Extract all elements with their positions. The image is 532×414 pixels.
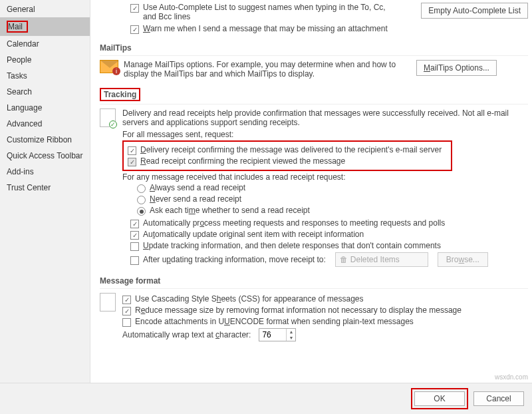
label: Automatically process meeting requests a… (143, 218, 445, 228)
checkbox-delivery-receipt[interactable] (128, 146, 136, 155)
radio-always-send[interactable] (137, 184, 146, 193)
checkbox-auto-process[interactable] (130, 220, 139, 228)
wrap-character-spinner[interactable]: ▲▼ (259, 328, 296, 341)
sidebar-item-language[interactable]: Language (0, 100, 90, 116)
section-message-format-header: Message format (100, 274, 528, 289)
mailtips-desc: Manage MailTips options. For example, yo… (124, 60, 416, 79)
ok-button[interactable]: OK (414, 391, 465, 406)
sidebar-item-quick-access-toolbar[interactable]: Quick Access Toolbar (0, 148, 90, 164)
sidebar-item-trust-center[interactable]: Trust Center (0, 180, 90, 196)
tracking-icon: ✓ (100, 108, 116, 127)
label: Mail (8, 22, 23, 31)
label: For all messages sent, request: (122, 130, 528, 139)
label: Use Cascading Style Sheets (CSS) for app… (135, 294, 364, 304)
checkbox-auto-update-sent[interactable] (130, 231, 139, 240)
sidebar-item-calendar[interactable]: Calendar (0, 36, 90, 52)
label: Warn me when I send a message that may b… (143, 24, 388, 33)
trash-icon: 🗑 (340, 255, 348, 264)
sidebar-item-add-ins[interactable]: Add-ins (0, 164, 90, 180)
label: Language (7, 103, 42, 112)
tracking-desc: Delivery and read receipts help provide … (122, 108, 515, 127)
label: Quick Access Toolbar (7, 151, 83, 160)
label: Add-ins (7, 167, 34, 176)
label: Tasks (7, 71, 27, 81)
empty-autocomplete-button[interactable]: Empty Auto-Complete List (421, 3, 528, 19)
radio-ask-each-time[interactable] (137, 207, 146, 216)
label: Read receipt confirming the recipient vi… (140, 156, 345, 166)
spin-down[interactable]: ▼ (287, 335, 295, 341)
checkbox-warn-attachment[interactable] (130, 25, 139, 34)
label: Ask each time whether to send a read rec… (150, 206, 310, 215)
label: After updating tracking information, mov… (143, 255, 326, 264)
mail-icon: i (100, 60, 118, 73)
checkbox-reduce-size[interactable] (122, 307, 131, 315)
label: General (7, 5, 35, 14)
dialog-footer: OK Cancel (0, 383, 532, 414)
label: Automatically wrap text at character: (122, 330, 251, 339)
label: Advanced (7, 119, 42, 128)
section-tracking-header: Tracking (100, 85, 528, 104)
sidebar-item-customize-ribbon[interactable]: Customize Ribbon (0, 132, 90, 148)
label: People (7, 55, 31, 65)
options-sidebar: General Mail Calendar People Tasks Searc… (0, 0, 90, 383)
spin-up[interactable]: ▲ (287, 329, 295, 335)
label: Search (7, 87, 32, 97)
checkbox-update-delete[interactable] (130, 242, 139, 251)
checkbox-css[interactable] (122, 296, 131, 304)
sidebar-item-tasks[interactable]: Tasks (0, 68, 90, 84)
sidebar-item-general[interactable]: General (0, 1, 90, 17)
label: Encode attachments in UUENCODE format wh… (135, 317, 414, 326)
browse-button: Browse... (438, 252, 488, 267)
move-receipt-folder-field: 🗑 Deleted Items (335, 252, 428, 267)
watermark: wsxdn.com (495, 373, 528, 381)
cancel-button[interactable]: Cancel (473, 391, 524, 406)
radio-never-send[interactable] (137, 196, 146, 204)
label: Reduce message size by removing format i… (135, 306, 462, 315)
label: For any message received that includes a… (122, 172, 528, 182)
message-format-icon (100, 293, 116, 311)
checkbox-move-receipt[interactable] (130, 256, 139, 265)
label: Trust Center (7, 183, 51, 192)
sidebar-item-advanced[interactable]: Advanced (0, 116, 90, 132)
label: Always send a read receipt (150, 183, 245, 192)
sidebar-item-people[interactable]: People (0, 52, 90, 68)
checkbox-read-receipt[interactable] (128, 158, 136, 166)
wrap-character-input[interactable] (259, 329, 286, 341)
checkbox-use-autocomplete[interactable] (130, 4, 139, 13)
options-content: Use Auto-Complete List to suggest names … (90, 0, 532, 383)
label: Update tracking information, and then de… (143, 241, 441, 250)
label: Delivery receipt confirming the message … (140, 145, 442, 154)
label: Customize Ribbon (7, 135, 72, 144)
label: Automatically update original sent item … (143, 230, 364, 239)
sidebar-item-search[interactable]: Search (0, 84, 90, 100)
label: Never send a read receipt (150, 194, 241, 204)
label: Calendar (7, 39, 39, 49)
mailtips-options-button[interactable]: MailTips Options... (416, 60, 497, 76)
checkbox-uuencode[interactable] (122, 318, 131, 327)
section-mailtips-header: MailTips (100, 41, 528, 56)
sidebar-item-mail[interactable]: Mail (0, 17, 90, 36)
label: Use Auto-Complete List to suggest names … (143, 3, 396, 21)
